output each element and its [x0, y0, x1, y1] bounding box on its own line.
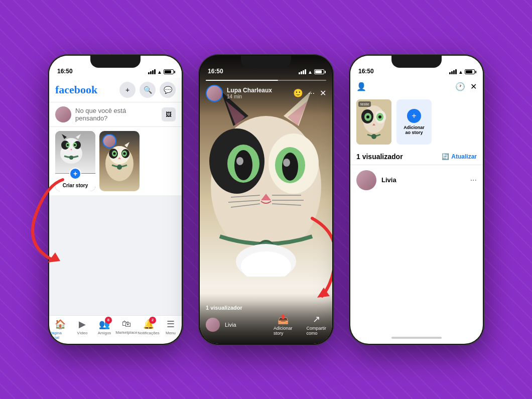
story-viewer-count: 1 visualizador [206, 305, 326, 311]
nav-friends[interactable]: 👥 8 Amigos [93, 319, 115, 340]
add-story-label: Adicionarstory [274, 326, 293, 336]
viewer-more-icon[interactable]: ··· [470, 176, 477, 185]
bottom-nav: 🏠 Página inicial ▶ Vídeo 👥 8 Amigos 🛍 Ma… [49, 315, 182, 344]
phone-1: 16:50 ▲ facebook + 🔍 💬 No que você está … [48, 54, 183, 345]
wifi-icon-3: ▲ [458, 69, 463, 75]
nav-video[interactable]: ▶ Vídeo [71, 319, 93, 340]
menu-icon: ☰ [167, 319, 175, 330]
nav-menu-label: Menu [166, 331, 176, 335]
story-time: 14 min [227, 94, 289, 99]
viewer-count-text: 1 visualizador [356, 153, 403, 161]
nav-friends-label: Amigos [98, 331, 111, 335]
svg-point-58 [378, 115, 381, 118]
svg-point-60 [371, 134, 376, 139]
story-footer-actions: Livia 📤 Adicionarstory ↗ Compartircomo [206, 314, 326, 336]
notifications-badge: 2 [149, 317, 156, 324]
time-2: 16:50 [208, 68, 223, 75]
friend-story-card[interactable] [99, 131, 140, 191]
wifi-icon-2: ▲ [308, 69, 313, 75]
fb-logo: facebook [55, 83, 97, 96]
story-more-icon[interactable]: ··· [308, 89, 315, 98]
nav-marketplace-label: Marketplace [115, 330, 138, 335]
marketplace-icon: 🛍 [122, 319, 131, 329]
svg-point-8 [67, 144, 69, 146]
refresh-icon: 🔄 [442, 153, 449, 160]
messenger-button[interactable]: 💬 [160, 82, 176, 98]
nav-home-label: Página inicial [49, 331, 71, 340]
battery-icon-3 [465, 69, 475, 74]
svg-point-35 [282, 153, 298, 181]
story-close-icon[interactable]: ✕ [320, 88, 326, 98]
status-bar-2: 16:50 ▲ [200, 56, 332, 78]
add-story-icon: 📤 [278, 314, 289, 325]
story-smiley-icon[interactable]: 🙂 [293, 88, 303, 98]
close-viewers-icon[interactable]: ✕ [470, 82, 477, 91]
svg-point-36 [236, 157, 243, 165]
story-footer-viewer-name: Livia [222, 322, 272, 328]
video-icon: ▶ [79, 319, 86, 330]
home-icon: 🏠 [55, 319, 66, 330]
add-to-story-label: Adicionarao story [404, 125, 425, 135]
share-label: Compartircomo [306, 326, 326, 336]
nav-notifications[interactable]: 🔔 2 Notificações [138, 319, 160, 340]
viewer-name: Livia [381, 176, 465, 184]
story-username: Lupa Charleaux [227, 87, 289, 94]
viewer-list-item: Livia ··· [350, 165, 483, 195]
story-plus-icon: + [69, 168, 81, 180]
share-icon: ↗ [313, 314, 320, 325]
nav-menu[interactable]: ☰ Menu [160, 319, 182, 340]
story-avatar [102, 134, 116, 148]
time-3: 16:50 [358, 68, 374, 75]
wifi-icon: ▲ [157, 69, 162, 75]
story-footer: 1 visualizador Livia 📤 Adicionarstory ↗ … [200, 301, 332, 344]
red-arrow-2 [300, 213, 332, 304]
story-actions: 🙂 ··· ✕ [293, 88, 326, 98]
refresh-label: Atualizar [451, 153, 477, 160]
signal-icon [148, 69, 156, 74]
story-progress-fill [206, 80, 278, 81]
battery-icon-2 [314, 69, 324, 74]
clock-icon[interactable]: 🕐 [455, 82, 465, 91]
fb-header-icons: + 🔍 💬 [119, 82, 176, 98]
phone-3: 16:50 ▲ 👤 🕐 ✕ [349, 54, 484, 345]
post-input[interactable]: No que você está pensando? [75, 107, 158, 122]
search-button[interactable]: 🔍 [140, 82, 156, 98]
fb-header: facebook + 🔍 💬 [49, 78, 182, 102]
viewers-spacer [350, 195, 483, 332]
svg-point-20 [113, 152, 116, 155]
add-to-story-card[interactable]: + Adicionarao story [396, 99, 432, 145]
story-view: 🐾 16:50 ▲ [200, 56, 332, 344]
status-icons-2: ▲ [299, 69, 324, 75]
phone-2: 🐾 16:50 ▲ [198, 54, 334, 345]
viewer-avatar [356, 170, 376, 190]
refresh-button[interactable]: 🔄 Atualizar [442, 153, 477, 160]
add-button[interactable]: + [119, 82, 136, 98]
add-story-btn[interactable]: 📤 Adicionarstory [274, 314, 293, 336]
photo-icon[interactable]: 🖼 [162, 107, 176, 121]
status-icons-3: ▲ [449, 69, 475, 75]
signal-icon-3 [449, 69, 457, 74]
viewers-header-right: 🕐 ✕ [455, 82, 477, 91]
svg-marker-4 [62, 134, 67, 139]
nav-home[interactable]: 🏠 Página inicial [49, 319, 71, 340]
nav-marketplace[interactable]: 🛍 Marketplace [115, 319, 138, 340]
status-icons-1: ▲ [148, 69, 174, 75]
svg-marker-17 [124, 142, 129, 148]
notch-1 [90, 56, 141, 68]
create-story-card[interactable]: + Criar story [55, 131, 95, 191]
create-story-label: + Criar story [55, 174, 95, 191]
share-story-btn[interactable]: ↗ Compartircomo [306, 314, 326, 336]
story-progress [206, 80, 326, 81]
post-box: No que você está pensando? 🖼 [49, 102, 182, 127]
svg-point-37 [283, 159, 290, 167]
story-preview-thumb[interactable]: teste [356, 99, 391, 145]
story-footer-avatar [206, 318, 220, 332]
svg-point-11 [69, 156, 73, 160]
time-1: 16:50 [57, 68, 73, 75]
story-badge: teste [358, 101, 371, 107]
svg-point-34 [234, 150, 252, 180]
home-indicator-bar [391, 337, 442, 339]
add-circle-icon: + [407, 109, 421, 123]
svg-point-23 [117, 165, 122, 170]
story-user-avatar [206, 85, 223, 102]
